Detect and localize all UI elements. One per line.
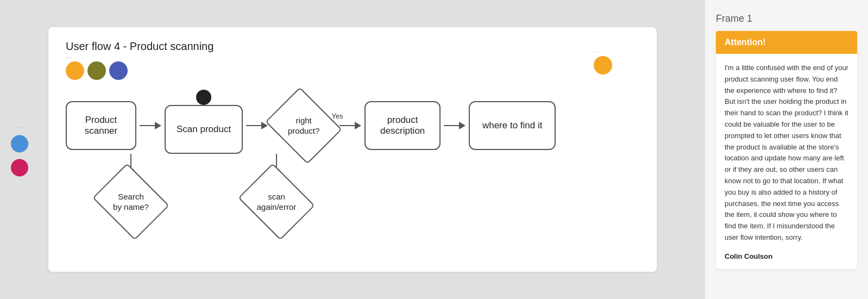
product-description-label: productdescription (380, 115, 425, 136)
search-by-name-label: Searchby name? (113, 191, 149, 213)
right-product-label: rightproduct? (288, 115, 319, 136)
blue-circle (11, 135, 28, 153)
orange-circle (66, 61, 84, 80)
attention-header: Attention! (716, 31, 857, 54)
product-description-node: productdescription (364, 101, 441, 150)
attention-header-text: Attention! (725, 38, 766, 47)
blue-circle-2 (109, 61, 128, 80)
where-to-find-it-node: where to find it (469, 101, 556, 150)
scan-product-label: Scan product (177, 124, 231, 135)
crimson-circle (11, 159, 28, 177)
left-dots: ... (11, 123, 28, 177)
attention-body-text: I'm a little confused with the end of yo… (725, 63, 848, 244)
spacer-1 (163, 154, 244, 229)
search-by-name-wrapper: Searchby name? (98, 175, 163, 229)
olive-circle (87, 61, 106, 80)
scan-product-wrapper: Scan product (165, 97, 243, 154)
yes-label: Yes (332, 112, 343, 120)
attention-author: Colin Coulson (725, 252, 848, 260)
scan-product-node: Scan product (165, 105, 243, 154)
circles-row: ... ... (66, 61, 639, 80)
right-panel: Frame 1 Attention! I'm a little confused… (705, 0, 868, 299)
product-scanner-label: Productscanner (85, 115, 117, 136)
left-dot-menu: ... (16, 123, 22, 129)
arrow-4 (441, 122, 469, 129)
top-flow: Productscanner Scan product (66, 97, 639, 154)
flow-diagram: Productscanner Scan product (66, 97, 639, 229)
right-orange-circle (594, 56, 612, 74)
where-to-find-it-label: where to find it (482, 120, 543, 131)
arrow-3: Yes (336, 122, 364, 129)
arrow-1 (136, 122, 165, 129)
start-dot (196, 90, 211, 105)
attention-body: I'm a little confused with the end of yo… (716, 54, 857, 269)
circles-dot-menu: ... (66, 53, 72, 59)
right-dot-menu: ... (594, 47, 600, 54)
scan-again-wrapper: scanagain/error (244, 175, 309, 229)
attention-card: Attention! I'm a little confused with th… (716, 31, 857, 269)
branch-product-scanner: Searchby name? (98, 154, 163, 229)
diagram-title: User flow 4 - Product scanning (66, 40, 639, 53)
right-product-diamond-wrapper: rightproduct? (271, 98, 336, 153)
scan-again-label: scanagain/error (257, 191, 297, 213)
frame-title: Frame 1 (716, 13, 857, 24)
branch-scan-product: scanagain/error (244, 154, 309, 229)
product-scanner-node: Productscanner (66, 101, 136, 150)
bottom-branches: Searchby name? scanagain/error (66, 154, 639, 229)
canvas-area: ... User flow 4 - Product scanning ... .… (0, 0, 705, 299)
diagram-card: User flow 4 - Product scanning ... ... P… (48, 27, 657, 272)
